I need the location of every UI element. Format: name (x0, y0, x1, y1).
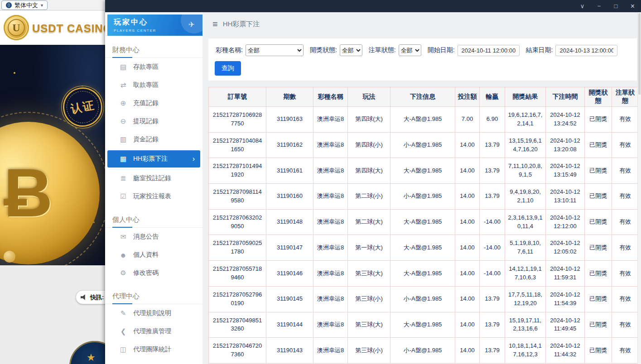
window-close-button[interactable]: × (624, 0, 641, 12)
table-cell: 2024-10-12 12:05:02 (546, 235, 585, 261)
search-button[interactable]: 查詢 (215, 61, 241, 76)
sidebar-item-label: 玩家投注報表 (133, 192, 171, 201)
language-selector[interactable]: 繁体中文 ▾ (1, 0, 48, 10)
window-minimize-button[interactable]: − (591, 0, 607, 12)
table-cell: 澳洲幸运8 (313, 235, 348, 261)
table-cell: 14.00 (455, 286, 480, 312)
sidebar-item[interactable]: ☑玩家投注報表 (105, 187, 202, 206)
sidebar-item[interactable]: ⇄取款專區 (105, 76, 202, 94)
table-cell: 2152172871040841650 (209, 132, 266, 158)
table-header-row: 訂單號期數彩種名稱玩法下注信息投注額輸贏開獎結果下注時間開獎狀態注單狀態 (209, 87, 639, 107)
table-cell: 2152172870557189460 (209, 261, 266, 287)
table-cell: 2152172870590251780 (209, 235, 266, 261)
window-maximize-button[interactable]: □ (607, 0, 624, 12)
table-cell: 有效 (612, 107, 639, 133)
funds-icon: ▥ (119, 135, 128, 144)
share-icon: ❮ (119, 327, 128, 335)
news-ticker-button[interactable]: 快訊: (76, 290, 105, 304)
sidebar-item-label: 代理規則說明 (133, 309, 171, 317)
table-cell: 14.00 (455, 158, 480, 184)
table-cell: -14.00 (480, 209, 505, 235)
left-background-panel: 繁体中文 ▾ U USDT CASINO Ƀ 认证 快訊: ★ (0, 0, 105, 364)
table-cell: 已開獎 (585, 209, 612, 235)
vertical-scrollbar[interactable] (637, 12, 641, 364)
column-header: 開獎狀態 (585, 87, 612, 107)
sidebar-item-label: 個人資料 (133, 251, 159, 259)
column-header: 下注信息 (390, 87, 455, 107)
end-date-input[interactable] (555, 45, 617, 56)
table-cell: 澳洲幸运8 (313, 286, 348, 312)
order-status-select[interactable]: 全部 (399, 44, 421, 56)
bets-table-card: 訂單號期數彩種名稱玩法下注信息投注額輸贏開獎結果下注時間開獎狀態注單狀態 215… (208, 87, 637, 364)
table-cell: 大-A盤@1.985 (390, 107, 455, 133)
table-cell: 有效 (612, 261, 639, 287)
table-cell: 已開獎 (585, 312, 612, 338)
filter-panel: 彩種名稱:全部開獎狀態:全部注單狀態:全部開始日期:結束日期: 查詢 (208, 38, 637, 81)
sidebar-item[interactable]: ▥資金記錄 (105, 130, 202, 148)
sidebar-item[interactable]: ⊕充值記錄 (105, 94, 202, 112)
sidebar-item[interactable]: ✉消息公告 (105, 228, 202, 246)
table-cell: 第二球(大) (348, 209, 390, 235)
draw-status-select[interactable]: 全部 (340, 44, 362, 56)
language-label: 繁体中文 (14, 1, 38, 10)
table-cell: 2152172870527960190 (209, 286, 266, 312)
table-cell: 2152172870981149580 (209, 184, 266, 210)
window-titlebar: ∨ − □ × (105, 0, 641, 12)
table-cell: 2152172871014941920 (209, 158, 266, 184)
table-cell: 已開獎 (585, 286, 612, 312)
sidebar-item[interactable]: ❮代理推廣管理 (105, 322, 202, 340)
sidebar-item[interactable]: ▦HH彩票下注› (107, 150, 200, 168)
lottery-name-select[interactable]: 全部 (246, 44, 304, 56)
language-bar: 繁体中文 ▾ (0, 0, 105, 10)
table-cell: 31190143 (266, 338, 313, 364)
coin-logo-icon: U (4, 15, 29, 40)
table-cell: 2,3,16,13,9,10,11,4 (505, 209, 546, 235)
table-cell: 9,4,19,8,20,2,1,10 (505, 184, 546, 210)
table-row: 215217287049851326031190144澳洲幸运8第三球(大)大-… (209, 312, 639, 338)
table-cell: 31190148 (266, 209, 313, 235)
table-cell: 14.00 (455, 184, 480, 210)
sidebar-item-label: 提現記錄 (133, 117, 159, 125)
table-cell: 澳洲幸运8 (313, 132, 348, 158)
sidebar-item[interactable]: ☻個人資料 (105, 246, 202, 264)
table-cell: 14.00 (455, 312, 480, 338)
scrollbar-thumb[interactable] (638, 13, 641, 95)
sidebar-item-label: 取款專區 (133, 81, 159, 89)
table-cell: 13,15,19,6,14,7,16,20 (505, 132, 546, 158)
withdraw-icon: ⇄ (119, 81, 128, 89)
table-cell: 13.79 (480, 338, 505, 364)
table-cell: 第四球(大) (348, 107, 390, 133)
table-cell: 大-A盤@1.985 (390, 158, 455, 184)
table-cell: 2024-10-12 11:54:39 (546, 286, 585, 312)
sidebar-item[interactable]: ⊖提現記錄 (105, 112, 202, 130)
table-cell: 31190163 (266, 107, 313, 133)
filter-label: 結束日期: (526, 46, 553, 54)
main-content: ≡ HH彩票下注 彩種名稱:全部開獎狀態:全部注單狀態:全部開始日期:結束日期:… (202, 12, 641, 364)
table-row: 215217287046720736031190143澳洲幸运8第三球(小)小-… (209, 338, 639, 364)
table-cell: 大-A盤@1.985 (390, 261, 455, 287)
table-cell: 14.00 (455, 338, 480, 364)
start-date-input[interactable] (458, 45, 520, 56)
table-row: 215217287104084165031190162澳洲幸运8第四球(小)小-… (209, 132, 639, 158)
gear-icon: ⚙ (119, 269, 128, 277)
table-cell: 小-A盤@1.985 (390, 184, 455, 210)
sidebar-item-label: 資金記錄 (133, 135, 159, 144)
filter-label: 彩種名稱: (216, 46, 243, 54)
table-cell: 31190160 (266, 184, 313, 210)
hamburger-icon[interactable]: ≡ (212, 19, 218, 29)
table-cell: 第二球(小) (348, 184, 390, 210)
table-cell: 10,18,1,14,17,16,12,3 (505, 338, 546, 364)
sidebar-item[interactable]: ◫代理團隊統計 (105, 340, 202, 359)
sidebar-item[interactable]: ▤存款專區 (105, 58, 202, 76)
table-cell: 14.00 (455, 132, 480, 158)
table-cell: 14.00 (455, 261, 480, 287)
window-collapse-button[interactable]: ∨ (574, 0, 591, 12)
table-cell: 小-A盤@1.985 (390, 338, 455, 364)
speaker-icon (81, 294, 87, 300)
app-body: 玩家中心 PLAYERS CENTER ✈ 財務中心▤存款專區⇄取款專區⊕充值記… (105, 12, 641, 364)
sidebar-item[interactable]: ✎代理規則說明 (105, 304, 202, 322)
table-cell: 31190145 (266, 286, 313, 312)
sidebar-item-label: HH彩票下注 (133, 155, 168, 163)
sidebar-item[interactable]: ⚙修改密碼 (105, 264, 202, 282)
sidebar-item[interactable]: ≣廳室投註記錄 (105, 169, 202, 187)
